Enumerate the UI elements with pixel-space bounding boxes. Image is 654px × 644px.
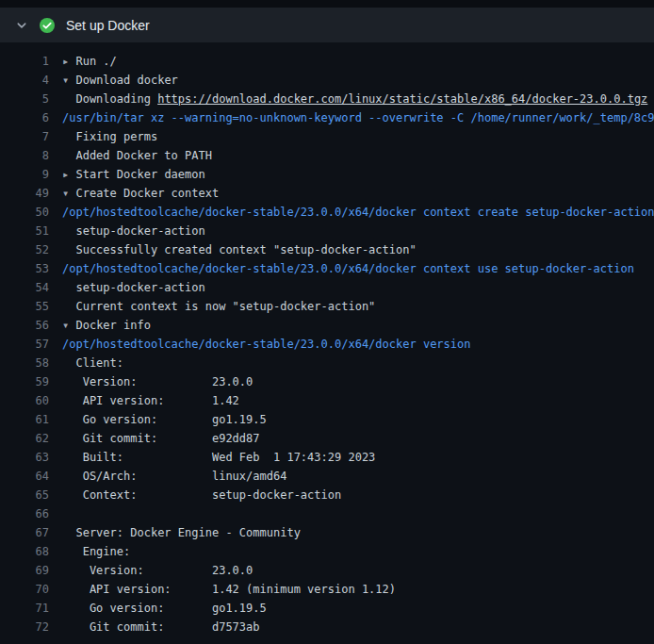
log-line: 67 Server: Docker Engine - Community bbox=[0, 523, 654, 542]
line-number[interactable]: 72 bbox=[0, 618, 49, 636]
line-number[interactable]: 53 bbox=[0, 259, 49, 278]
log-text: OS/Arch: linux/amd64 bbox=[62, 470, 286, 483]
command-text: /opt/hostedtoolcache/docker-stable/23.0.… bbox=[62, 338, 470, 351]
command-text: /usr/bin/tar xz --warning=no-unknown-key… bbox=[62, 111, 654, 124]
log-line-content: Client: bbox=[62, 354, 123, 372]
log-text: Fixing perms bbox=[62, 130, 157, 143]
line-number[interactable]: 50 bbox=[0, 203, 49, 222]
log-line: 6/usr/bin/tar xz --warning=no-unknown-ke… bbox=[0, 108, 654, 127]
log-line-content: Git commit: d7573ab bbox=[62, 618, 260, 636]
log-line-content: /opt/hostedtoolcache/docker-stable/23.0.… bbox=[62, 335, 470, 354]
line-number[interactable]: 61 bbox=[0, 410, 49, 429]
log-line: 53/opt/hostedtoolcache/docker-stable/23.… bbox=[0, 259, 654, 278]
line-number[interactable]: 1 bbox=[0, 52, 49, 71]
log-text: Version: 23.0.0 bbox=[62, 375, 253, 388]
log-line[interactable]: 9▸ Start Docker daemon bbox=[0, 165, 654, 184]
log-line-content: Go version: go1.19.5 bbox=[62, 599, 267, 618]
log-text: setup-docker-action bbox=[62, 281, 205, 294]
line-number[interactable]: 68 bbox=[0, 542, 49, 561]
line-number[interactable]: 62 bbox=[0, 429, 49, 448]
log-line: 60 API version: 1.42 bbox=[0, 391, 654, 410]
log-line: 52 Successfully created context "setup-d… bbox=[0, 240, 654, 259]
log-line-content: API version: 1.42 (minimum version 1.12) bbox=[62, 580, 396, 599]
line-number[interactable]: 70 bbox=[0, 580, 49, 599]
line-number[interactable]: 66 bbox=[0, 504, 49, 523]
group-label: Docker info bbox=[69, 319, 151, 332]
log-line: 62 Git commit: e92dd87 bbox=[0, 429, 654, 448]
log-line-content: Current context is now "setup-docker-act… bbox=[62, 297, 375, 316]
log-link[interactable]: https://download.docker.com/linux/static… bbox=[157, 92, 647, 106]
chevron-down-icon[interactable] bbox=[15, 20, 28, 31]
log-line-content: Engine: bbox=[62, 542, 130, 561]
step-title: Set up Docker bbox=[66, 18, 150, 33]
log-text: Server: Docker Engine - Community bbox=[62, 526, 301, 539]
line-number[interactable]: 52 bbox=[0, 240, 49, 259]
log-text: Version: 23.0.0 bbox=[62, 564, 253, 577]
log-line-content: Git commit: e92dd87 bbox=[62, 429, 260, 448]
line-number[interactable]: 60 bbox=[0, 391, 49, 410]
log-line-content: ▾ Download docker bbox=[62, 71, 178, 90]
line-number[interactable]: 64 bbox=[0, 467, 49, 486]
line-number[interactable]: 5 bbox=[0, 90, 49, 108]
log-line-content: setup-docker-action bbox=[62, 278, 205, 297]
log-line[interactable]: 4▾ Download docker bbox=[0, 71, 654, 90]
log-line-content: Successfully created context "setup-dock… bbox=[62, 240, 417, 259]
line-number[interactable]: 57 bbox=[0, 335, 49, 354]
log-line: 64 OS/Arch: linux/amd64 bbox=[0, 467, 654, 486]
log-text: Successfully created context "setup-dock… bbox=[62, 243, 417, 256]
success-check-icon bbox=[40, 18, 55, 33]
line-number[interactable]: 8 bbox=[0, 146, 49, 165]
log-text: Client: bbox=[62, 356, 123, 370]
log-line-content: Server: Docker Engine - Community bbox=[62, 523, 301, 542]
line-number[interactable]: 59 bbox=[0, 372, 49, 391]
log-line: 51 setup-docker-action bbox=[0, 222, 654, 240]
line-number[interactable]: 67 bbox=[0, 523, 49, 542]
log-text: Added Docker to PATH bbox=[62, 149, 212, 162]
line-number[interactable]: 6 bbox=[0, 108, 49, 127]
log-line: 5 Downloading https://download.docker.co… bbox=[0, 90, 654, 108]
line-number[interactable]: 58 bbox=[0, 354, 49, 372]
log-line: 61 Go version: go1.19.5 bbox=[0, 410, 654, 429]
log-text: Downloading bbox=[62, 92, 157, 106]
log-line[interactable]: 1▸ Run ./ bbox=[0, 52, 654, 71]
line-number[interactable]: 54 bbox=[0, 278, 49, 297]
log-text: API version: 1.42 bbox=[62, 394, 239, 407]
command-text: /opt/hostedtoolcache/docker-stable/23.0.… bbox=[62, 262, 634, 275]
line-number[interactable]: 7 bbox=[0, 127, 49, 146]
line-number[interactable]: 55 bbox=[0, 297, 49, 316]
line-number[interactable]: 49 bbox=[0, 184, 49, 203]
log-line[interactable]: 49▾ Create Docker context bbox=[0, 184, 654, 203]
log-text: Git commit: e92dd87 bbox=[62, 432, 260, 445]
log-line-content: /usr/bin/tar xz --warning=no-unknown-key… bbox=[62, 108, 654, 127]
log-line: 8 Added Docker to PATH bbox=[0, 146, 654, 165]
group-label: Download docker bbox=[69, 74, 178, 87]
log-text: setup-docker-action bbox=[62, 224, 205, 238]
line-number[interactable]: 65 bbox=[0, 486, 49, 504]
log-text: Go version: go1.19.5 bbox=[62, 413, 267, 426]
line-number[interactable]: 71 bbox=[0, 599, 49, 618]
log-line[interactable]: 56▾ Docker info bbox=[0, 316, 654, 335]
line-number[interactable]: 4 bbox=[0, 71, 49, 90]
group-label: Create Docker context bbox=[69, 187, 219, 200]
line-number[interactable]: 69 bbox=[0, 561, 49, 580]
group-label: Run ./ bbox=[69, 55, 117, 68]
log-text: Git commit: d7573ab bbox=[62, 620, 260, 634]
log-line: 59 Version: 23.0.0 bbox=[0, 372, 654, 391]
line-number[interactable]: 9 bbox=[0, 165, 49, 184]
line-number[interactable]: 63 bbox=[0, 448, 49, 467]
log-line: 55 Current context is now "setup-docker-… bbox=[0, 297, 654, 316]
log-line: 69 Version: 23.0.0 bbox=[0, 561, 654, 580]
log-line-content: OS/Arch: linux/amd64 bbox=[62, 467, 286, 486]
log-line-content: Built: Wed Feb 1 17:43:29 2023 bbox=[62, 448, 375, 467]
line-number[interactable]: 51 bbox=[0, 222, 49, 240]
step-header[interactable]: Set up Docker bbox=[0, 8, 654, 42]
log-line: 71 Go version: go1.19.5 bbox=[0, 599, 654, 618]
log-text: API version: 1.42 (minimum version 1.12) bbox=[62, 583, 396, 596]
log-line-content: Go version: go1.19.5 bbox=[62, 410, 267, 429]
log-text: Go version: go1.19.5 bbox=[62, 602, 267, 615]
log-line: 68 Engine: bbox=[0, 542, 654, 561]
log-line: 72 Git commit: d7573ab bbox=[0, 618, 654, 636]
log-line-content: /opt/hostedtoolcache/docker-stable/23.0.… bbox=[62, 203, 654, 222]
log-text: Context: setup-docker-action bbox=[62, 488, 341, 502]
line-number[interactable]: 56 bbox=[0, 316, 49, 335]
